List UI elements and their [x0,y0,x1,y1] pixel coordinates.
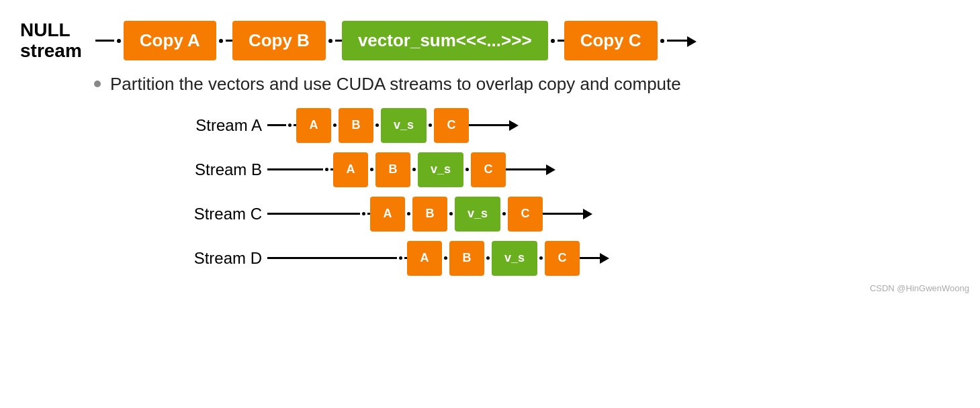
sm-dot-d0 [399,256,402,260]
sm-dot-c1 [407,212,410,215]
line-sa-end [469,124,509,126]
arrow-a [509,119,519,132]
vector-sum-block: vector_sum<<<...>>> [342,21,548,60]
line-sc-end [543,213,583,215]
sm-dot-a2 [375,123,379,127]
sm-dot-c2 [449,212,453,215]
stream-row-c: Stream C A B v_s C [154,197,960,232]
line-1 [226,40,232,42]
sm-dot-c0 [362,212,365,215]
stream-row-d: Stream D A B v_s C [154,241,960,276]
sm-dot-b1 [370,168,373,171]
stream-d-block-c: C [545,241,580,276]
line-sb-0 [267,168,323,170]
stream-b-block-b: B [375,152,410,187]
sm-dot-a0 [288,123,292,127]
stream-a-block-c: C [434,108,469,143]
bullet-text: Partition the vectors and use CUDA strea… [110,74,681,95]
line-3 [558,40,564,42]
line-sb-end [506,168,546,170]
streams-container: Stream A A B v_s C Stream B A B v_s [154,108,960,276]
bullet-dot [94,81,101,87]
dot-sep-3 [551,39,555,43]
main-container: NULL stream Copy A Copy B vector_sum<<<.… [0,0,980,299]
copy-c-block: Copy C [564,21,658,60]
stream-c-block-b: B [412,197,447,232]
sm-dot-d2 [486,256,490,260]
stream-a-block-a: A [296,108,331,143]
line-sd-0 [267,257,397,259]
stream-c-block-c: C [508,197,543,232]
arrow-b [546,164,555,176]
sm-dot-b2 [412,168,416,171]
sm-dot-d1 [444,256,447,260]
stream-b-block-vs: v_s [418,152,463,187]
stream-row-a: Stream A A B v_s C [154,108,960,143]
sm-dot-a3 [429,123,432,127]
stream-c-label: Stream C [154,205,262,223]
null-label-line1: NULL [20,19,71,40]
main-arrow [687,35,697,47]
line-sd-end [580,257,600,259]
stream-a-block-b: B [339,108,373,143]
stream-b-block-c: C [471,152,506,187]
watermark: CSDN @HinGwenWoong [870,283,969,293]
copy-a-block: Copy A [124,21,216,60]
dot-sep-2 [328,39,332,43]
stream-row-b: Stream B A B v_s C [154,152,960,187]
arrow-c [583,208,592,220]
stream-b-label: Stream B [154,160,262,179]
stream-a-block-vs: v_s [381,108,427,143]
bullet-row: Partition the vectors and use CUDA strea… [94,74,960,95]
null-stream-label: NULL stream [20,20,82,62]
sm-dot-b0 [325,168,328,171]
null-label-line2: stream [20,40,82,61]
dot-sep-4 [660,39,664,43]
sm-dot-d3 [539,256,543,260]
stream-d-block-b: B [449,241,484,276]
line-sc-0 [267,213,360,215]
stream-c-block-a: A [370,197,405,232]
line-before [95,40,114,42]
copy-b-block: Copy B [232,21,326,60]
stream-d-block-a: A [407,241,442,276]
stream-a-label: Stream A [154,116,262,135]
stream-b-block-a: A [333,152,368,187]
sm-dot-c3 [502,212,506,215]
stream-c-block-vs: v_s [455,197,500,232]
line-sa-0 [267,124,286,126]
stream-d-block-vs: v_s [492,241,537,276]
sm-dot-b3 [465,168,469,171]
dot-sep-0 [117,39,121,43]
sm-dot-a1 [333,123,337,127]
line-after [667,40,687,42]
arrow-d [600,252,609,264]
dot-sep-1 [219,39,223,43]
null-stream-row: NULL stream Copy A Copy B vector_sum<<<.… [20,20,960,62]
null-stream-line: Copy A Copy B vector_sum<<<...>>> Copy C [95,21,960,60]
stream-d-label: Stream D [154,249,262,268]
line-2 [335,40,342,42]
